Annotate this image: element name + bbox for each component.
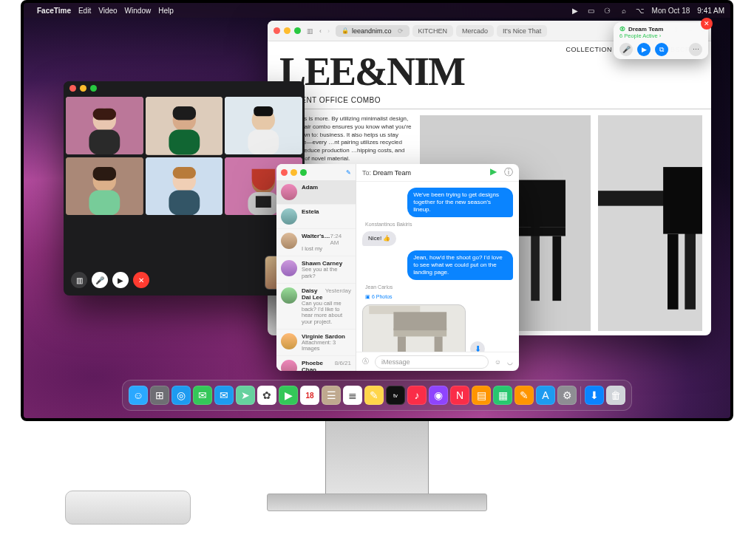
- notes-icon[interactable]: ✎: [364, 386, 384, 405]
- participant-tile[interactable]: [225, 97, 302, 154]
- nav-collection[interactable]: COLLECTION: [566, 46, 612, 53]
- sidebar-toggle-icon[interactable]: ▥: [71, 272, 87, 288]
- safari-icon[interactable]: ◎: [171, 386, 191, 405]
- zoom-button[interactable]: [294, 27, 301, 34]
- numbers-icon[interactable]: ▦: [493, 386, 512, 405]
- facetime-icon[interactable]: ▶: [490, 166, 497, 179]
- spotlight-icon[interactable]: ⌕: [619, 6, 628, 15]
- svg-rect-35: [172, 167, 195, 179]
- address-bar[interactable]: 🔒 leeandnim.co ⟳: [336, 25, 410, 37]
- sidebar-toggle-icon[interactable]: ▥: [307, 27, 313, 35]
- podcasts-icon[interactable]: ◉: [429, 386, 448, 405]
- conversation-item[interactable]: Daisy Dai LeeYesterdayCan you call me ba…: [276, 284, 356, 329]
- menubar-time[interactable]: 9:41 AM: [697, 7, 724, 15]
- conversation-item[interactable]: Adam: [276, 180, 356, 205]
- participant-tile[interactable]: [66, 97, 143, 154]
- menu-bar: FaceTime Edit Video Window Help ▶ ▭ ⚆ ⌕ …: [24, 3, 730, 18]
- close-button[interactable]: [274, 27, 280, 34]
- zoom-button[interactable]: [90, 85, 97, 92]
- contacts-icon[interactable]: ☰: [322, 386, 341, 405]
- menu-window[interactable]: Window: [125, 7, 152, 15]
- attachment-image[interactable]: [362, 304, 466, 352]
- end-call-button[interactable]: ✕: [133, 272, 149, 288]
- back-icon[interactable]: ‹: [319, 27, 322, 35]
- menu-app[interactable]: FaceTime: [37, 7, 71, 15]
- compose-icon[interactable]: ✎: [346, 169, 351, 176]
- mic-button[interactable]: 🎤: [619, 43, 633, 56]
- tab-kitchen[interactable]: KITCHEN: [412, 25, 454, 37]
- trash-icon[interactable]: 🗑: [606, 386, 625, 405]
- battery-icon[interactable]: ▭: [587, 6, 596, 15]
- wifi-icon[interactable]: ⚆: [603, 6, 612, 15]
- facetime-status-icon[interactable]: ▶: [571, 6, 580, 15]
- camera-button[interactable]: ▶: [112, 272, 129, 288]
- photos-stack-label[interactable]: ▣ 6 Photos: [365, 294, 513, 300]
- zoom-button[interactable]: [300, 169, 307, 176]
- leave-button[interactable]: ⋯: [689, 43, 702, 56]
- reminders-icon[interactable]: ≣: [343, 386, 362, 405]
- mute-button[interactable]: 🎤: [92, 272, 108, 288]
- reload-icon[interactable]: ⟳: [398, 27, 404, 35]
- camera-button[interactable]: ▶: [637, 43, 651, 56]
- finder-icon[interactable]: ☺: [129, 386, 148, 405]
- maps-icon[interactable]: ➤: [236, 386, 255, 405]
- voice-memo-icon[interactable]: ◡: [507, 358, 513, 366]
- facetime-window: ▥ 🎤 ▶ ✕: [64, 81, 305, 296]
- close-button[interactable]: [281, 169, 288, 176]
- message-input[interactable]: iMessage: [375, 355, 489, 369]
- participant-tile[interactable]: [66, 157, 143, 215]
- music-icon[interactable]: ♪: [407, 386, 427, 405]
- participant-tile[interactable]: [146, 157, 223, 216]
- conversation-item[interactable]: Shawn CarneySee you at the park?: [276, 256, 356, 284]
- download-button[interactable]: ⬇: [470, 341, 485, 352]
- menu-video[interactable]: Video: [98, 7, 117, 15]
- info-icon[interactable]: ⓘ: [504, 166, 513, 179]
- minimize-button[interactable]: [291, 169, 297, 176]
- conversation-item[interactable]: Virginie SardonAttachment: 3 Images: [276, 329, 356, 357]
- messages-icon[interactable]: ✉: [193, 386, 212, 405]
- participant-tile[interactable]: [146, 97, 223, 155]
- mail-icon[interactable]: ✉: [214, 386, 234, 405]
- dock: ☺⊞◎✉✉➤✿▶18☰≣✎tv♪◉N▤▦✎A⚙⬇🗑: [122, 380, 632, 411]
- apps-icon[interactable]: Ⓐ: [362, 357, 369, 366]
- screenshare-button[interactable]: ⧉: [655, 43, 668, 56]
- downloads-icon[interactable]: ⬇: [585, 386, 604, 405]
- mac-mini: [65, 491, 191, 525]
- forward-icon[interactable]: ›: [327, 27, 330, 35]
- menu-help[interactable]: Help: [158, 7, 174, 15]
- thread-title[interactable]: Dream Team: [373, 169, 411, 177]
- tab-its-nice-that[interactable]: It's Nice That: [497, 25, 547, 37]
- news-icon[interactable]: N: [450, 386, 469, 405]
- pages-icon[interactable]: ✎: [514, 386, 534, 405]
- facetime-icon[interactable]: ▶: [279, 386, 298, 405]
- control-center-icon[interactable]: ⌥: [636, 6, 645, 15]
- conversation-name: Daisy Dai Lee: [302, 287, 325, 301]
- tv-icon[interactable]: tv: [386, 386, 405, 405]
- minimize-button[interactable]: [80, 85, 86, 92]
- close-button[interactable]: [69, 85, 76, 92]
- svg-rect-39: [256, 196, 271, 208]
- messages-thread[interactable]: We've been trying to get designs togethe…: [356, 182, 519, 352]
- conversation-item[interactable]: Estela: [276, 205, 356, 229]
- settings-icon[interactable]: ⚙: [557, 386, 577, 405]
- messages-header: To: Dream Team ▶ ⓘ: [356, 164, 519, 182]
- facetime-controls: ▥ 🎤 ▶ ✕: [71, 272, 149, 288]
- message-input-row: Ⓐ iMessage ☺ ◡: [356, 352, 519, 371]
- close-icon[interactable]: ✕: [701, 18, 713, 30]
- emoji-icon[interactable]: ☺: [495, 358, 501, 366]
- minimize-button[interactable]: [284, 27, 291, 34]
- appstore-icon[interactable]: A: [536, 386, 555, 405]
- avatar: [281, 208, 297, 225]
- menu-edit[interactable]: Edit: [78, 7, 91, 15]
- books-icon[interactable]: ▤: [472, 386, 491, 405]
- svg-rect-12: [663, 223, 702, 234]
- tab-mercado[interactable]: Mercado: [456, 25, 494, 37]
- conversation-item[interactable]: Walter's…7:24 AMI lost my: [276, 229, 356, 256]
- launchpad-icon[interactable]: ⊞: [150, 386, 169, 405]
- menubar-date[interactable]: Mon Oct 18: [652, 7, 690, 15]
- people-active-label[interactable]: 6 People Active ›: [619, 33, 661, 39]
- conversation-item[interactable]: Phoebe Chao8/6/21We should hang out soon…: [276, 356, 356, 371]
- svg-rect-22: [169, 129, 200, 154]
- calendar-icon[interactable]: 18: [300, 386, 319, 405]
- photos-icon[interactable]: ✿: [257, 386, 276, 405]
